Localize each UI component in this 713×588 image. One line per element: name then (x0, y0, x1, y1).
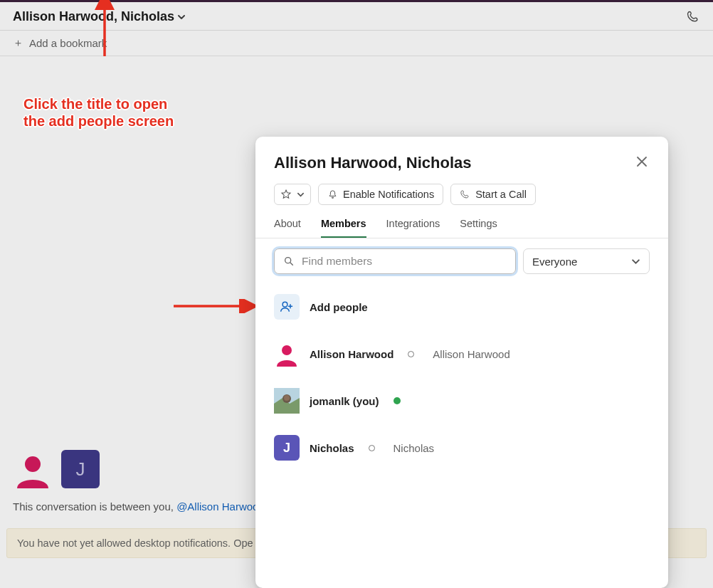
modal-title: Allison Harwood, Nicholas (274, 154, 471, 172)
presence-away-icon (408, 351, 414, 357)
avatar (274, 388, 300, 414)
svg-line-4 (290, 263, 292, 265)
svg-point-0 (25, 456, 41, 472)
search-icon (283, 256, 295, 267)
star-icon (280, 189, 292, 200)
svg-point-3 (285, 258, 291, 263)
channel-title[interactable]: Allison Harwood, Nicholas (13, 9, 186, 24)
bell-icon (327, 189, 338, 200)
tab-integrations[interactable]: Integrations (386, 218, 440, 238)
avatar (13, 448, 53, 488)
presence-active-icon (394, 397, 401, 404)
presence-away-icon (369, 445, 375, 451)
phone-icon (460, 189, 470, 200)
member-name: Nicholas (310, 442, 354, 454)
member-row[interactable]: J Nicholas Nicholas (274, 431, 650, 465)
enable-notifications-button[interactable]: Enable Notifications (318, 184, 443, 205)
add-people-label: Add people (310, 301, 368, 313)
svg-point-5 (282, 302, 287, 307)
plus-icon: ＋ (13, 36, 23, 50)
member-display-name: Nicholas (394, 442, 435, 454)
chevron-down-icon (631, 257, 640, 266)
svg-point-6 (282, 345, 292, 355)
conversation-intro: This conversation is between you, @Allis… (13, 500, 258, 513)
channel-title-text: Allison Harwood, Nicholas (13, 9, 174, 24)
call-button[interactable] (686, 10, 700, 24)
add-person-icon (274, 294, 300, 320)
avatar: J (61, 450, 100, 488)
member-name: jomanlk (you) (310, 395, 379, 407)
tab-about[interactable]: About (274, 218, 301, 238)
close-button[interactable] (634, 154, 650, 169)
tab-settings[interactable]: Settings (460, 218, 497, 238)
member-name: Allison Harwood (310, 348, 394, 360)
add-people-button[interactable]: Add people (274, 290, 650, 324)
member-row[interactable]: jomanlk (you) (274, 384, 650, 418)
member-filter-dropdown[interactable]: Everyone (523, 248, 650, 274)
start-call-button[interactable]: Start a Call (450, 184, 536, 205)
chevron-down-icon (297, 191, 305, 199)
mention-link[interactable]: @Allison Harwoo (176, 500, 258, 513)
add-bookmark-button[interactable]: ＋ Add a bookmark (0, 31, 713, 56)
bookmark-label: Add a bookmark (29, 37, 107, 49)
channel-details-modal: Allison Harwood, Nicholas Enable Notific… (255, 137, 668, 588)
find-members-input[interactable] (274, 248, 516, 274)
member-row[interactable]: Allison Harwood Allison Harwood (274, 337, 650, 371)
svg-point-9 (284, 395, 290, 401)
avatar (274, 341, 300, 367)
member-display-name: Allison Harwood (433, 348, 509, 360)
star-menu-button[interactable] (274, 184, 311, 205)
tab-members[interactable]: Members (321, 218, 366, 238)
avatar: J (274, 435, 300, 461)
chevron-down-icon (177, 13, 186, 21)
search-input-field[interactable] (302, 255, 507, 268)
